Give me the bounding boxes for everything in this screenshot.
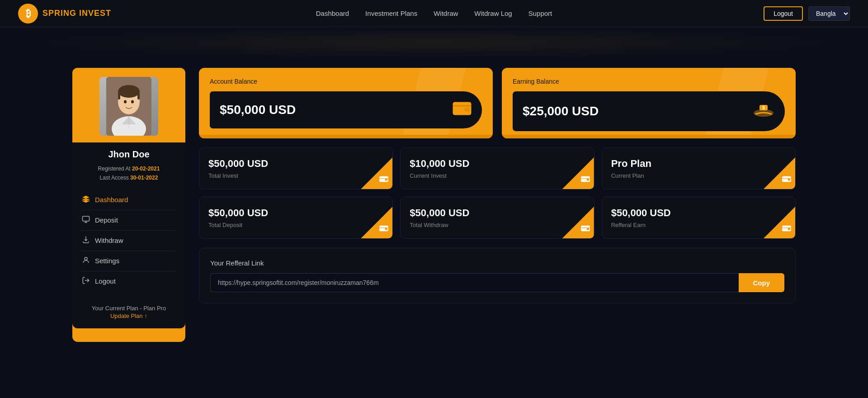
main-container: Jhon Doe Registered At 20-02-2021 Last A… [0,59,868,351]
svg-rect-34 [586,228,589,230]
referral-section: Your Refferal Link Copy [199,248,796,303]
stat-total-invest-label: Total Invest [208,172,383,179]
account-balance-amount: $50,000 USD [220,103,296,117]
stat-current-invest-label: Current Invest [410,172,585,179]
user-name: Jhon Doe [108,149,149,160]
referral-title: Your Refferal Link [210,259,784,267]
logout-button[interactable]: Logout [764,6,803,21]
update-plan-link[interactable]: Update Plan ↑ [92,313,166,319]
referral-link-row: Copy [210,273,784,292]
stat-corner-wallet-icon-3 [379,224,389,235]
svg-text:$: $ [762,105,765,110]
header-right: Logout Bangla English [764,6,850,21]
wallet-icon [452,100,472,120]
stat-corner-wallet-icon-0 [379,175,389,185]
svg-point-10 [131,100,134,104]
language-select[interactable]: Bangla English [808,6,850,21]
svg-rect-31 [385,228,387,230]
svg-rect-25 [586,179,589,181]
svg-point-9 [124,100,127,104]
stat-referral-earn-amount: $50,000 USD [611,207,786,219]
stat-total-invest: $50,000 USD Total Invest [199,147,393,190]
hand-money-icon: $ [752,100,775,123]
stat-total-withdraw-amount: $50,000 USD [410,207,585,219]
svg-rect-7 [118,90,120,100]
registered-label: Registered At [98,166,131,172]
sidebar-item-settings[interactable]: Settings [81,251,176,271]
last-access-date: 30-01-2022 [130,175,158,181]
stat-total-withdraw: $50,000 USD Total Withdraw [400,197,594,239]
logout-icon [81,276,90,286]
layers-icon [81,195,90,205]
sidebar-dashboard-label: Dashboard [95,196,128,204]
copy-button[interactable]: Copy [739,273,785,292]
nav-support[interactable]: Support [528,9,552,17]
header: ₿ SPRING INVEST Dashboard Investment Pla… [0,0,868,27]
nav-withdraw-log[interactable]: Witdraw Log [474,9,512,17]
svg-rect-8 [137,90,140,100]
registered-date: 20-02-2021 [132,166,160,172]
stat-referral-earn-label: Refferal Earn [611,222,786,228]
stat-referral-earn: $50,000 USD Refferal Earn [602,197,796,239]
profile-image-wrapper [72,68,185,142]
svg-point-16 [466,109,468,110]
current-plan-section: Your Current Plan - Plan Pro Update Plan… [92,305,166,319]
logo: ₿ SPRING INVEST [18,4,111,24]
stat-total-deposit: $50,000 USD Total Deposit [199,197,393,239]
stat-current-plan-amount: Pro Plan [611,158,786,170]
stat-current-plan-label: Current Plan [611,172,786,179]
content-area: Account Balance $50,000 USD Earni [199,68,796,342]
stat-corner-wallet-icon-4 [580,224,590,235]
withdraw-icon [81,236,90,246]
earning-balance-bottom-bar [502,135,796,138]
svg-rect-14 [453,105,471,107]
svg-point-12 [85,257,87,260]
sidebar-settings-label: Settings [95,257,119,265]
deposit-icon [81,215,90,225]
earning-balance-amount: $25,000 USD [523,104,599,118]
last-access-label: Last Access [100,175,129,181]
sidebar-deposit-label: Deposit [95,216,118,224]
nav-dashboard[interactable]: Dashboard [316,9,349,17]
sidebar-logout-label: Logout [95,277,116,285]
stat-total-deposit-amount: $50,000 USD [208,207,383,219]
nav-withdraw[interactable]: Witdraw [434,9,458,17]
earning-balance-label: Earning Balance [513,78,785,85]
sidebar-item-deposit[interactable]: Deposit [81,210,176,231]
balance-row: Account Balance $50,000 USD Earni [199,68,796,138]
referral-link-input[interactable] [210,273,739,292]
sidebar-item-withdraw[interactable]: Withdraw [81,231,176,251]
stat-current-invest-amount: $10,000 USD [410,158,585,170]
stat-current-plan: Pro Plan Current Plan [602,147,796,190]
profile-avatar [99,77,158,136]
update-plan-text: Update Plan [110,313,143,319]
svg-rect-11 [83,216,90,221]
svg-text:₿: ₿ [26,8,31,19]
bitcoin-logo-icon: ₿ [18,4,38,24]
svg-rect-22 [385,179,387,181]
stat-corner-wallet-icon-5 [782,224,792,235]
decorative-bg [0,27,868,59]
svg-rect-37 [788,228,790,230]
user-meta: Registered At 20-02-2021 Last Access 30-… [98,164,160,183]
earning-balance-inner: $25,000 USD $ [513,91,785,131]
sidebar-item-dashboard[interactable]: Dashboard [81,190,176,210]
stat-corner-wallet-icon-2 [782,175,792,185]
account-balance-label: Account Balance [210,78,482,85]
current-plan-label: Your Current Plan - Plan Pro [92,305,166,312]
stat-corner-wallet-icon-1 [580,175,590,185]
stat-total-invest-amount: $50,000 USD [208,158,383,170]
sidebar-nav: Dashboard Deposit Withdraw [81,190,176,291]
earning-balance-card: Earning Balance $25,000 USD $ [502,68,796,138]
sidebar-withdraw-label: Withdraw [95,237,123,244]
account-balance-inner: $50,000 USD [210,91,482,128]
nav-investment-plans[interactable]: Investment Plans [365,9,417,17]
balance-card-bottom-bar [199,135,493,138]
update-plan-arrow: ↑ [145,313,148,319]
stat-current-invest: $10,000 USD Current Invest [400,147,594,190]
settings-person-icon [81,256,90,266]
stats-grid: $50,000 USD Total Invest $10,000 USD Cur… [199,147,796,239]
account-balance-card: Account Balance $50,000 USD [199,68,493,138]
sidebar-body: Jhon Doe Registered At 20-02-2021 Last A… [72,142,185,328]
sidebar-item-logout[interactable]: Logout [81,271,176,291]
